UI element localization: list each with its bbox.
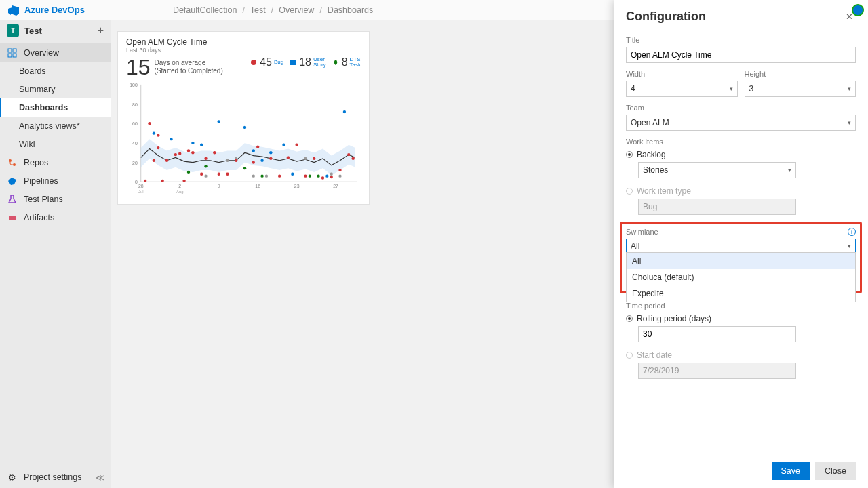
svg-text:28: 28 — [138, 184, 144, 188]
story-icon — [289, 58, 297, 66]
svg-text:40: 40 — [132, 141, 138, 146]
crumb-project[interactable]: Test — [250, 5, 266, 15]
height-select[interactable]: 3▾ — [745, 81, 856, 97]
radio-workitemtype[interactable]: Work item type — [626, 186, 856, 196]
radio-icon — [626, 151, 633, 158]
azure-devops-icon — [8, 5, 19, 16]
cycle-time-widget[interactable]: Open ALM Cycle Time Last 30 days 15 Days… — [117, 31, 370, 205]
svg-point-52 — [343, 110, 346, 113]
svg-point-71 — [252, 161, 255, 163]
rolling-input[interactable] — [638, 326, 796, 342]
swimlane-dropdown: All Choluca (default) Expedite — [626, 252, 856, 302]
backlog-select[interactable]: Stories▾ — [638, 162, 796, 178]
radio-backlog[interactable]: Backlog — [626, 150, 856, 159]
sidebar-item-wiki[interactable]: Wiki — [0, 135, 111, 153]
swimlane-option-expedite[interactable]: Expedite — [627, 285, 855, 302]
legend-story: 18 User Story — [289, 56, 326, 68]
svg-rect-2 — [8, 54, 12, 57]
repos-icon — [7, 157, 17, 167]
crumb-overview[interactable]: Overview — [279, 5, 314, 15]
svg-text:20: 20 — [132, 161, 138, 165]
crumb-dashboards[interactable]: Dashboards — [328, 5, 373, 15]
svg-point-36 — [243, 167, 246, 169]
svg-point-38 — [309, 174, 311, 177]
config-panel: Configuration ✕ Title Width 4▾ Height 3▾… — [614, 0, 868, 488]
svg-point-26 — [204, 174, 207, 177]
swimlane-option-choluca[interactable]: Choluca (default) — [627, 269, 855, 285]
svg-point-7 — [251, 60, 256, 65]
svg-point-51 — [326, 174, 328, 177]
svg-point-39 — [317, 174, 319, 177]
svg-point-57 — [157, 146, 159, 149]
svg-point-61 — [178, 152, 181, 155]
chevron-down-icon: ▾ — [848, 243, 851, 249]
svg-point-4 — [9, 159, 12, 162]
sidebar-item-repos[interactable]: Repos — [0, 153, 111, 171]
sidebar-item-artifacts[interactable]: Artifacts — [0, 208, 111, 226]
swimlane-option-all[interactable]: All — [627, 253, 855, 269]
radio-icon — [626, 352, 633, 359]
project-name: Test — [24, 26, 92, 36]
svg-point-69 — [226, 173, 229, 176]
sidebar-item-summary[interactable]: Summary — [0, 80, 111, 98]
svg-point-44 — [218, 120, 220, 123]
collapse-sidebar-icon[interactable]: ≪ — [96, 472, 105, 483]
save-button[interactable]: Save — [772, 462, 810, 480]
width-select[interactable]: 4▾ — [626, 81, 738, 97]
close-button[interactable]: Close — [815, 462, 856, 480]
svg-point-55 — [153, 159, 155, 162]
svg-point-72 — [256, 145, 259, 148]
user-avatar[interactable] — [852, 4, 864, 16]
svg-point-58 — [161, 180, 164, 182]
svg-text:80: 80 — [132, 102, 138, 107]
radio-rolling[interactable]: Rolling period (days) — [626, 314, 856, 323]
brand[interactable]: Azure DevOps — [24, 5, 85, 15]
widget-bignum: 15 — [126, 56, 151, 78]
svg-point-54 — [148, 122, 151, 125]
label-workitems: Work items — [626, 138, 856, 146]
sidebar-item-pipelines[interactable]: Pipelines — [0, 171, 111, 190]
sidebar-item-overview[interactable]: Overview — [0, 43, 111, 62]
svg-point-32 — [330, 173, 333, 176]
radio-startdate[interactable]: Start date — [626, 350, 856, 360]
swimlane-select[interactable]: All ▾ — [626, 239, 856, 253]
sidebar-item-dashboards[interactable]: Dashboards — [0, 98, 111, 117]
svg-point-34 — [187, 171, 190, 174]
svg-point-60 — [174, 153, 177, 156]
legend-bug: 45 Bug — [250, 56, 283, 68]
team-select[interactable]: Open ALM▾ — [626, 115, 856, 131]
svg-text:100: 100 — [130, 83, 138, 87]
svg-point-75 — [287, 156, 290, 159]
add-icon[interactable]: + — [98, 24, 104, 37]
svg-point-56 — [157, 134, 159, 136]
svg-rect-6 — [9, 216, 16, 220]
label-team: Team — [626, 104, 856, 112]
svg-text:Aug: Aug — [176, 190, 184, 194]
svg-point-45 — [243, 126, 246, 129]
svg-point-68 — [218, 173, 220, 176]
svg-point-78 — [313, 157, 315, 160]
svg-point-66 — [204, 157, 207, 160]
sidebar-item-testplans[interactable]: Test Plans — [0, 190, 111, 208]
svg-point-67 — [213, 151, 216, 154]
label-swimlane: Swimlane i — [626, 228, 856, 236]
cycle-time-chart: 02040608010028Jul2Aug9162327 — [126, 81, 361, 196]
label-width: Width — [626, 70, 738, 78]
sidebar-item-boards[interactable]: Boards — [0, 62, 111, 80]
svg-text:60: 60 — [132, 121, 138, 126]
overview-icon — [7, 47, 17, 58]
label-height: Height — [745, 70, 856, 78]
title-input[interactable] — [626, 47, 856, 63]
svg-point-46 — [252, 149, 255, 152]
crumb-collection[interactable]: DefaultCollection — [173, 5, 237, 15]
sidebar-item-settings[interactable]: ⚙ Project settings — [0, 466, 111, 488]
svg-point-35 — [204, 165, 207, 167]
info-icon[interactable]: i — [848, 228, 856, 236]
svg-point-53 — [144, 180, 146, 182]
svg-point-42 — [191, 142, 194, 144]
sidebar-item-analytics[interactable]: Analytics views* — [0, 117, 111, 135]
svg-text:0: 0 — [135, 180, 138, 184]
project-selector[interactable]: T Test + — [0, 20, 111, 41]
svg-point-77 — [304, 174, 307, 177]
svg-point-30 — [265, 174, 268, 177]
